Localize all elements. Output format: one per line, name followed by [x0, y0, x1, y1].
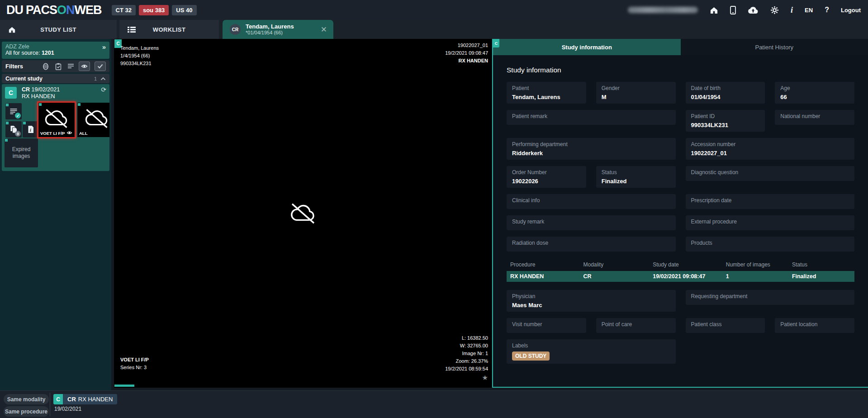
- field-patient-location: Patient location: [775, 318, 854, 333]
- timeline-study-date: 19/02/2021: [54, 406, 81, 412]
- field-external-procedure: External procedure: [686, 215, 855, 230]
- tab-study-list[interactable]: STUDY LIST: [0, 20, 117, 39]
- field-requesting-department: Requesting department: [686, 290, 855, 305]
- viewer-technical-overlay: L: 16382.50 W: 32765.00 Image Nr: 1 Zoom…: [445, 334, 488, 381]
- image-unavailable-cloud-icon: [289, 203, 317, 224]
- field-date-of-birth: Date of birth01/04/1954: [686, 82, 765, 104]
- worklist-icon: [128, 26, 136, 33]
- source-count: 1201: [42, 50, 54, 56]
- app-logo: DUPACSONWEB: [6, 3, 102, 17]
- home-icon: [8, 26, 16, 33]
- expand-double-chevron-icon[interactable]: »: [102, 43, 106, 51]
- top-bar: DUPACSONWEB CT 32 sou 383 US 40 i EN ? L…: [0, 0, 868, 20]
- help-button[interactable]: ?: [825, 6, 829, 14]
- documents-tile[interactable]: 0: [5, 121, 22, 138]
- viewer-study-overlay: 19022027_01 19/2/2021 09:08:47 RX HANDEN: [445, 42, 488, 65]
- panel-corner-badge: C: [493, 39, 499, 48]
- image-viewport[interactable]: C Tendam, Laurens 1/4/1954 (66) 990334LK…: [114, 39, 492, 388]
- series-thumbnail-selected[interactable]: VOET LI F/P: [37, 101, 76, 138]
- tab-patient-history[interactable]: Patient History: [681, 39, 868, 55]
- logout-button[interactable]: Logout: [841, 7, 861, 14]
- field-prescription-date: Prescription date: [686, 194, 855, 209]
- language-button[interactable]: EN: [805, 7, 813, 14]
- panel-heading: Study information: [507, 66, 854, 74]
- series-thumbnail-all[interactable]: ALL: [77, 103, 109, 137]
- source-name: ADZ Zele: [5, 43, 106, 50]
- procedure-table-row[interactable]: RX HANDEN CR 19/02/2021 09:08:47 1 Final…: [507, 271, 854, 282]
- favorite-star-icon[interactable]: ★: [445, 374, 488, 381]
- badge-ct[interactable]: CT 32: [112, 5, 136, 15]
- field-radiation-dose: Radiation dose: [507, 237, 676, 252]
- field-patient-class: Patient class: [686, 318, 765, 333]
- field-accession-number: Accession number19022027_01: [686, 138, 855, 160]
- field-visit-number: Visit number: [507, 318, 586, 333]
- visibility-filter-icon[interactable]: [79, 62, 90, 71]
- procedure-table: Procedure Modality Study date Number of …: [507, 259, 854, 282]
- badge-us[interactable]: US 40: [172, 5, 196, 15]
- study-information-content: Study information PatientTendam, Laurens…: [493, 55, 868, 387]
- panel-tabs: Study information Patient History: [493, 39, 868, 55]
- left-sidebar: ADZ Zele All for source: 1201 » Filters …: [0, 39, 111, 390]
- modality-count-badges: CT 32 sou 383 US 40: [112, 5, 197, 15]
- documents-count-badge: 0: [15, 131, 21, 137]
- field-physician: PhysicianMaes Marc: [507, 290, 676, 312]
- same-modality-button[interactable]: Same modality: [4, 394, 49, 404]
- refresh-icon[interactable]: ⟳: [101, 86, 106, 93]
- study-count: 1: [94, 76, 97, 81]
- field-patient-id: Patient ID990334LK231: [686, 110, 765, 132]
- field-point-of-care: Point of care: [596, 318, 676, 333]
- filters-label: Filters: [5, 63, 23, 70]
- viewer-patient-overlay: Tendam, Laurens 1/4/1954 (66) 990334LK23…: [120, 44, 159, 67]
- field-order-number: Order Number19022026: [507, 166, 586, 188]
- field-study-remark: Study remark: [507, 215, 676, 230]
- field-gender: GenderM: [596, 82, 676, 104]
- info-icon[interactable]: i: [791, 5, 793, 15]
- patient-tab-birth: *01/04/1954 (66): [246, 30, 294, 36]
- field-clinical-info: Clinical info: [507, 194, 676, 209]
- study-info-tile[interactable]: i: [23, 121, 39, 138]
- cloud-upload-icon[interactable]: [748, 6, 759, 14]
- study-information-panel: C Study information Patient History Stud…: [492, 39, 868, 388]
- old-study-label-badge: OLD STUDY: [512, 352, 550, 361]
- report-tile[interactable]: ✓: [5, 103, 22, 119]
- body-part-filter-icon[interactable]: [42, 63, 49, 70]
- field-patient: PatientTendam, Laurens: [507, 82, 586, 104]
- field-patient-remark: Patient remark: [507, 110, 676, 125]
- field-labels: Labels OLD STUDY: [507, 339, 676, 364]
- modality-badge: CR: [230, 24, 241, 35]
- settings-gear-icon[interactable]: [770, 6, 779, 14]
- current-study-header[interactable]: Current study 1: [2, 74, 109, 83]
- report-filter-icon[interactable]: [67, 63, 74, 69]
- field-performing-department: Performing departmentRidderkerk: [507, 138, 676, 160]
- patient-tab-name: Tendam, Laurens: [246, 23, 294, 30]
- field-diagnostic-question: Diagnostic question: [686, 166, 855, 181]
- home-icon[interactable]: [710, 6, 718, 14]
- timeline-study-badge: C: [53, 394, 63, 404]
- tab-study-information[interactable]: Study information: [493, 39, 681, 55]
- current-study-card[interactable]: C CR 19/02/2021 RX HANDEN ⟳ ✓ 0 i VOET L…: [2, 84, 109, 171]
- timeline-divider: [50, 393, 50, 416]
- username-redacted: [628, 7, 698, 13]
- timeline-study-item[interactable]: C CRRX HANDEN: [53, 394, 117, 404]
- validated-filter-icon[interactable]: [95, 62, 106, 71]
- order-filter-icon[interactable]: [55, 63, 62, 70]
- chevron-up-icon[interactable]: [100, 77, 106, 81]
- study-badge: C: [5, 87, 17, 99]
- logo-mark: DU: [6, 3, 23, 17]
- field-national-number: National number: [775, 110, 854, 125]
- mobile-icon[interactable]: [730, 6, 736, 14]
- viewer-series-overlay: VOET LI F/P Series Nr: 3: [120, 356, 149, 371]
- expired-images-tile[interactable]: Expired images: [5, 138, 38, 167]
- tab-worklist[interactable]: WORKLIST: [119, 20, 219, 39]
- report-validated-check-icon: ✓: [15, 113, 21, 119]
- source-selector[interactable]: ADZ Zele All for source: 1201 »: [2, 42, 109, 59]
- filters-bar: Filters: [2, 60, 109, 72]
- series-scroll-indicator[interactable]: [114, 385, 134, 387]
- tab-patient[interactable]: CR Tendam, Laurens *01/04/1954 (66) ✕: [223, 20, 333, 39]
- eye-icon[interactable]: [66, 130, 72, 135]
- badge-sou[interactable]: sou 383: [139, 5, 169, 15]
- timeline-bar: Same modality Same procedure C CRRX HAND…: [0, 390, 868, 418]
- close-icon[interactable]: ✕: [321, 25, 327, 34]
- svg-text:i: i: [30, 128, 31, 133]
- same-procedure-button[interactable]: Same procedure: [4, 406, 49, 417]
